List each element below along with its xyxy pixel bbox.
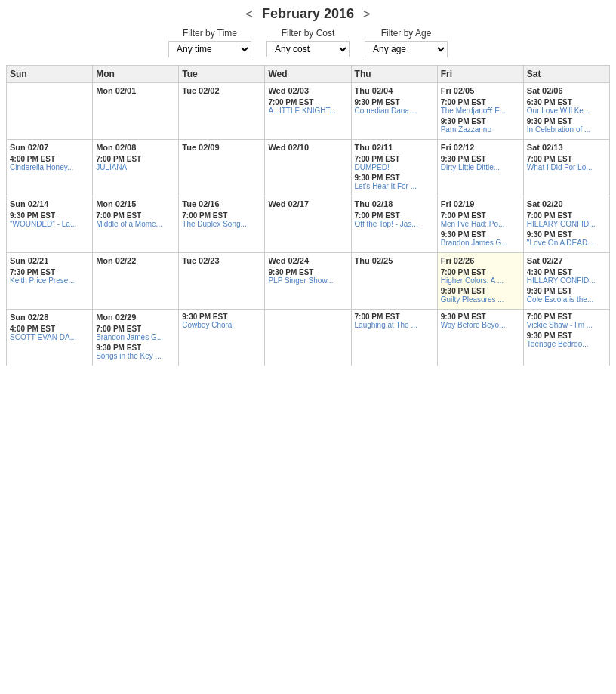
event-time: 7:00 PM EST — [96, 325, 175, 333]
event-block: 9:30 PM EST"Love On A DEAD... — [527, 230, 606, 247]
day-header: Thu 02/18 — [355, 199, 434, 208]
prev-month-button[interactable]: < — [246, 8, 253, 21]
calendar-week-row: Sun 02/149:30 PM EST"WOUNDED" - La...Mon… — [7, 196, 610, 253]
event-title[interactable]: What I Did For Lo... — [527, 163, 606, 171]
day-cell: Tue 02/02 — [179, 83, 265, 140]
event-time: 7:00 PM EST — [268, 98, 347, 106]
event-title[interactable]: Let's Hear It For ... — [355, 182, 434, 190]
month-title: February 2016 — [262, 6, 354, 22]
weekday-fri: Fri — [437, 66, 523, 83]
event-block: 7:00 PM ESTA LITTLE KNIGHT... — [268, 98, 347, 115]
event-block: 6:30 PM ESTOur Love Will Ke... — [527, 98, 606, 115]
event-title[interactable]: HILLARY CONFID... — [527, 220, 606, 228]
day-header: Wed 02/24 — [268, 256, 347, 265]
weekday-sat: Sat — [523, 66, 609, 83]
event-title[interactable]: "Love On A DEAD... — [527, 239, 606, 247]
event-block: 9:30 PM ESTPam Zazzarino — [441, 117, 520, 134]
day-cell: 9:30 PM ESTWay Before Beyo... — [437, 310, 523, 366]
event-time: 9:30 PM EST — [527, 117, 606, 125]
event-title[interactable]: Laughing at The ... — [355, 321, 434, 329]
day-cell: Mon 02/087:00 PM ESTJULIANA — [93, 140, 179, 196]
event-title[interactable]: "WOUNDED" - La... — [10, 220, 89, 228]
day-header: Mon 02/22 — [96, 256, 175, 265]
event-title[interactable]: In Celebration of ... — [527, 125, 606, 134]
next-month-button[interactable]: > — [363, 8, 370, 21]
event-title[interactable]: Keith Price Prese... — [10, 276, 89, 285]
event-title[interactable]: Our Love Will Ke... — [527, 106, 606, 115]
event-block: 4:00 PM ESTSCOTT EVAN DA... — [10, 325, 89, 341]
weekday-thu: Thu — [351, 66, 437, 83]
event-title[interactable]: HILLARY CONFID... — [527, 276, 606, 285]
day-cell: Fri 02/267:00 PM ESTHigher Colors: A ...… — [437, 253, 523, 310]
day-header: Tue 02/09 — [182, 143, 261, 152]
event-title[interactable]: DUMPED! — [355, 163, 434, 171]
calendar-wrapper: < February 2016 > Filter by Time Any tim… — [0, 0, 616, 372]
day-header: Mon 02/08 — [96, 143, 175, 152]
day-header: Fri 02/05 — [441, 86, 520, 95]
event-title[interactable]: The Duplex Song... — [182, 220, 261, 228]
day-header: Thu 02/04 — [355, 86, 434, 95]
day-header: Wed 02/03 — [268, 86, 347, 95]
event-time: 9:30 PM EST — [441, 230, 520, 239]
day-cell — [7, 83, 93, 140]
event-time: 7:00 PM EST — [355, 313, 434, 321]
event-block: 7:00 PM ESTLaughing at The ... — [355, 313, 434, 329]
event-title[interactable]: SCOTT EVAN DA... — [10, 333, 89, 341]
event-title[interactable]: Guilty Pleasures ... — [441, 295, 520, 304]
day-cell: Fri 02/057:00 PM ESTThe Merdjanoﬀ E...9:… — [437, 83, 523, 140]
event-title[interactable]: Brandon James G... — [441, 239, 520, 247]
day-header: Mon 02/15 — [96, 199, 175, 208]
filter-cost-group: Filter by Cost Any cost Free Paid — [266, 28, 350, 57]
day-cell: Sat 02/066:30 PM ESTOur Love Will Ke...9… — [523, 83, 609, 140]
event-time: 7:00 PM EST — [441, 211, 520, 220]
day-cell: Tue 02/167:00 PM ESTThe Duplex Song... — [179, 196, 265, 253]
day-header: Fri 02/12 — [441, 143, 520, 152]
event-title[interactable]: Cole Escola is the... — [527, 295, 606, 304]
event-title[interactable]: JULIANA — [96, 163, 175, 171]
event-title[interactable]: Middle of a Mome... — [96, 220, 175, 228]
filter-cost-select[interactable]: Any cost Free Paid — [266, 41, 350, 57]
event-title[interactable]: Cowboy Choral — [182, 321, 261, 329]
event-title[interactable]: Way Before Beyo... — [441, 321, 520, 329]
event-title[interactable]: Higher Colors: A ... — [441, 276, 520, 285]
event-title[interactable]: Off the Top! - Jas... — [355, 220, 434, 228]
event-block: 9:30 PM ESTWay Before Beyo... — [441, 313, 520, 329]
calendar-week-row: Mon 02/01Tue 02/02Wed 02/037:00 PM ESTA … — [7, 83, 610, 140]
event-block: 4:30 PM ESTHILLARY CONFID... — [527, 268, 606, 285]
day-header: Sun 02/28 — [10, 313, 89, 322]
calendar-week-row: Sun 02/284:00 PM ESTSCOTT EVAN DA...Mon … — [7, 310, 610, 366]
event-time: 4:30 PM EST — [527, 268, 606, 276]
event-time: 7:00 PM EST — [527, 155, 606, 163]
event-title[interactable]: Comedian Dana ... — [355, 106, 434, 115]
event-title[interactable]: Cinderella Honey... — [10, 163, 89, 171]
filter-time-select[interactable]: Any time Morning Afternoon Evening — [168, 41, 251, 57]
event-time: 9:30 PM EST — [355, 98, 434, 106]
day-header: Wed 02/10 — [268, 143, 347, 152]
day-header: Sat 02/27 — [527, 256, 606, 265]
calendar-week-row: Sun 02/217:30 PM ESTKeith Price Prese...… — [7, 253, 610, 310]
event-block: 9:30 PM ESTBrandon James G... — [441, 230, 520, 247]
event-time: 4:00 PM EST — [10, 325, 89, 333]
event-title[interactable]: Teenage Bedroo... — [527, 340, 606, 348]
event-title[interactable]: Men I've Had: Po... — [441, 220, 520, 228]
event-title[interactable]: A LITTLE KNIGHT... — [268, 106, 347, 115]
weekday-sun: Sun — [7, 66, 93, 83]
day-cell: 9:30 PM ESTCowboy Choral — [179, 310, 265, 366]
filter-age-select[interactable]: Any age All Ages 18+ 21+ — [365, 41, 448, 57]
filter-age-group: Filter by Age Any age All Ages 18+ 21+ — [365, 28, 448, 57]
day-header: Sun 02/21 — [10, 256, 89, 265]
day-cell: Thu 02/049:30 PM ESTComedian Dana ... — [351, 83, 437, 140]
event-block: 7:00 PM ESTMiddle of a Mome... — [96, 211, 175, 228]
event-title[interactable]: PLP Singer Show... — [268, 276, 347, 285]
event-title[interactable]: Brandon James G... — [96, 333, 175, 341]
calendar-week-row: Sun 02/074:00 PM ESTCinderella Honey...M… — [7, 140, 610, 196]
event-title[interactable]: The Merdjanoﬀ E... — [441, 106, 520, 115]
event-title[interactable]: Pam Zazzarino — [441, 125, 520, 134]
day-cell: Sat 02/207:00 PM ESTHILLARY CONFID...9:3… — [523, 196, 609, 253]
event-time: 7:30 PM EST — [10, 268, 89, 276]
event-title[interactable]: Vickie Shaw - I'm ... — [527, 321, 606, 329]
event-title[interactable]: Songs in the Key ... — [96, 352, 175, 360]
event-title[interactable]: Dirty Little Dittie... — [441, 163, 520, 171]
event-time: 9:30 PM EST — [355, 174, 434, 182]
day-header: Sun 02/14 — [10, 199, 89, 208]
